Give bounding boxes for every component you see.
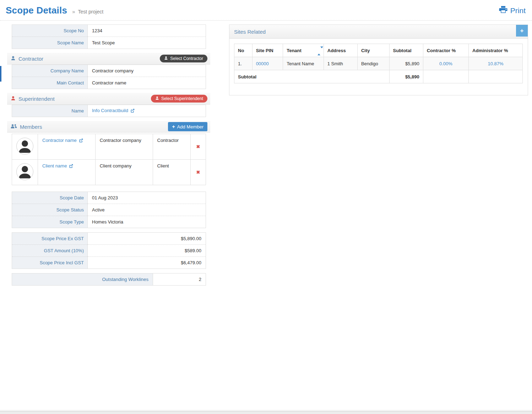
main-content: Scope No 1234 Scope Name Test Scope Cont… xyxy=(0,21,532,286)
pricing-table: Scope Price Ex GST $5,890.00 GST Amount … xyxy=(12,232,206,269)
scope-no-value: 1234 xyxy=(88,25,206,37)
member-role: Contractor xyxy=(153,134,191,160)
footer-bar xyxy=(0,411,532,414)
empty-cell xyxy=(469,70,523,83)
members-section-title: Members xyxy=(20,124,42,130)
sites-subtotal-row: Subtotal $5,890 xyxy=(234,70,523,83)
superintendent-table: Name Info Contractbuild xyxy=(12,105,206,117)
footer-divider xyxy=(0,410,532,410)
scope-no-row: Scope No 1234 xyxy=(12,25,206,37)
empty-cell xyxy=(423,70,468,83)
contractor-section-header: Contractor Select Contractor xyxy=(7,53,210,65)
select-superintendent-label: Select Superintendent xyxy=(161,96,203,101)
site-contractor-pct[interactable]: 0.00% xyxy=(423,57,468,70)
site-city: Bendigo xyxy=(357,57,389,70)
scope-info-table: Scope No 1234 Scope Name Test Scope xyxy=(12,24,206,49)
site-administrator-pct[interactable]: 10.87% xyxy=(469,57,523,70)
external-link-icon xyxy=(130,109,135,114)
sites-subtotal-label: Subtotal xyxy=(234,70,390,83)
member-company: Client company xyxy=(95,160,153,185)
col-address: Address xyxy=(324,44,357,57)
price-incl-gst-value: $6,479.00 xyxy=(88,257,206,269)
col-tenant-label: Tenant xyxy=(287,48,302,53)
select-superintendent-button[interactable]: Select Superintendent xyxy=(151,95,207,103)
scope-date-value: 01 Aug 2023 xyxy=(88,192,206,204)
select-contractor-button[interactable]: Select Contractor xyxy=(160,55,207,62)
col-subtotal: Subtotal xyxy=(389,44,423,57)
price-ex-gst-value: $5,890.00 xyxy=(88,233,206,245)
person-icon xyxy=(11,96,16,102)
add-member-button[interactable]: + Add Member xyxy=(168,122,207,131)
breadcrumb: Test project xyxy=(78,9,103,15)
members-table: Contractor name Contractor company Contr… xyxy=(12,134,206,185)
superintendent-section-header: Superintendent Select Superintendent xyxy=(7,93,210,105)
site-subtotal: $5,890 xyxy=(389,57,423,70)
add-site-button[interactable]: + xyxy=(516,25,528,37)
superintendent-section-title: Superintendent xyxy=(18,96,55,102)
site-row: 1. 00000 Tenant Name 1 Smith Bendigo $5,… xyxy=(234,57,523,70)
scope-type-label: Scope Type xyxy=(12,216,88,228)
sites-related-column: Sites Related + No Site PIN Tenant Addre… xyxy=(229,24,528,95)
external-link-icon xyxy=(79,138,83,144)
scope-status-row: Scope Status Active xyxy=(12,204,206,216)
scope-type-value: Homes Victoria xyxy=(88,216,206,228)
remove-member-button[interactable]: ✖ xyxy=(196,170,200,175)
sites-related-panel: Sites Related + No Site PIN Tenant Addre… xyxy=(229,24,528,95)
superintendent-name-link[interactable]: Info Contractbuild xyxy=(92,108,128,113)
external-link-icon xyxy=(69,164,73,169)
sites-panel-body: No Site PIN Tenant Address City Subtotal… xyxy=(229,39,528,95)
worklines-value: 2 xyxy=(153,274,206,286)
company-name-value: Contractor company xyxy=(88,65,206,77)
scope-status-value: Active xyxy=(88,204,206,216)
company-name-row: Company Name Contractor company xyxy=(12,65,206,77)
member-row: Client name Client company Client ✖ xyxy=(12,160,206,185)
scope-details-column: Scope No 1234 Scope Name Test Scope Cont… xyxy=(7,24,210,286)
price-incl-gst-label: Scope Price Incl GST xyxy=(12,257,88,269)
main-contact-row: Main Contact Contractor name xyxy=(12,77,206,89)
col-city: City xyxy=(357,44,389,57)
col-tenant[interactable]: Tenant xyxy=(283,44,324,57)
scope-meta-table: Scope Date 01 Aug 2023 Scope Status Acti… xyxy=(12,192,206,228)
price-incl-gst-row: Scope Price Incl GST $6,479.00 xyxy=(12,257,206,269)
site-no: 1. xyxy=(234,57,253,70)
remove-member-button[interactable]: ✖ xyxy=(196,144,200,149)
scope-details-page: Scope Details » Test project Print Scope… xyxy=(0,0,532,414)
col-administrator-pct: Administrator % xyxy=(469,44,523,57)
col-site-pin: Site PIN xyxy=(252,44,283,57)
print-button[interactable]: Print xyxy=(499,6,526,15)
site-pin-link[interactable]: 00000 xyxy=(256,61,269,66)
avatar xyxy=(16,138,33,155)
company-name-label: Company Name xyxy=(12,65,88,77)
member-row: Contractor name Contractor company Contr… xyxy=(12,134,206,160)
member-company: Contractor company xyxy=(95,134,153,160)
sites-panel-title: Sites Related xyxy=(234,29,266,35)
users-icon xyxy=(11,124,17,130)
worklines-row: Outstanding Worklines 2 xyxy=(12,274,206,286)
sites-subtotal-value: $5,890 xyxy=(389,70,423,83)
scope-no-label: Scope No xyxy=(12,25,88,37)
gst-amount-label: GST Amount (10%) xyxy=(12,245,88,257)
page-title: Scope Details xyxy=(6,5,67,16)
scope-date-label: Scope Date xyxy=(12,192,88,204)
printer-icon xyxy=(499,6,510,15)
select-contractor-label: Select Contractor xyxy=(170,56,203,61)
person-icon xyxy=(11,56,16,62)
person-icon xyxy=(164,56,170,61)
member-name-link[interactable]: Contractor name xyxy=(42,138,77,143)
sites-header-row: No Site PIN Tenant Address City Subtotal… xyxy=(234,44,523,57)
site-tenant: Tenant Name xyxy=(283,57,324,70)
sites-table: No Site PIN Tenant Address City Subtotal… xyxy=(234,44,523,83)
breadcrumb-arrow: » xyxy=(72,9,75,15)
plus-icon: + xyxy=(172,124,175,129)
site-address: 1 Smith xyxy=(324,57,357,70)
scope-name-value: Test Scope xyxy=(88,37,206,49)
page-header: Scope Details » Test project Print xyxy=(0,0,532,21)
scope-date-row: Scope Date 01 Aug 2023 xyxy=(12,192,206,204)
member-name-link[interactable]: Client name xyxy=(42,163,67,169)
price-ex-gst-label: Scope Price Ex GST xyxy=(12,233,88,245)
sort-icon[interactable] xyxy=(317,48,320,53)
gst-amount-value: $589.00 xyxy=(88,245,206,257)
superintendent-name-label: Name xyxy=(12,105,88,117)
main-contact-value: Contractor name xyxy=(88,77,206,89)
worklines-label: Outstanding Worklines xyxy=(12,274,153,286)
